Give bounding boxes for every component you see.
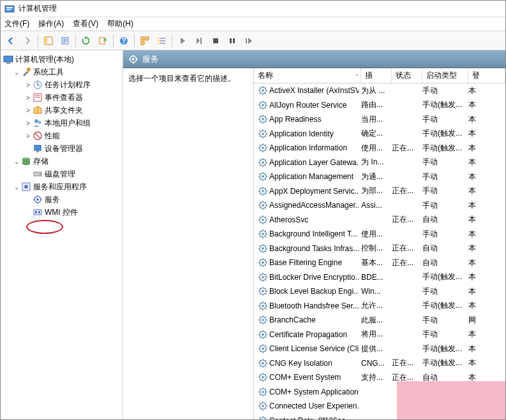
svg-line-106 [265,150,267,152]
col-description[interactable]: 描 [361,68,392,83]
nav-tree[interactable]: 计算机管理(本地) ⌄ 系统工具 >任务计划程序>事件查看器>共享文件夹>本地用… [1,50,123,419]
expand-icon[interactable]: > [24,120,33,127]
service-name: Background Intelligent T... [269,229,357,238]
service-desc: 确定... [359,128,389,139]
svg-rect-22 [213,38,218,43]
svg-line-185 [260,259,261,261]
svg-line-75 [260,102,261,103]
service-row[interactable]: Certificate Propagation将用...手动本 [254,328,505,342]
service-row[interactable]: AssignedAccessManager...Assi...手动本 [254,198,505,213]
stop-button[interactable] [208,33,223,48]
expand-icon[interactable]: > [24,133,33,140]
tree-item[interactable]: 磁盘管理 [1,168,123,180]
gear-icon [258,114,268,124]
collapse-icon[interactable]: ⌄ [12,69,21,76]
tree-item[interactable]: >共享文件夹 [1,104,123,117]
menu-view[interactable]: 查看(V) [73,18,98,29]
show-hide-tree-button[interactable] [41,33,56,48]
svg-line-197 [260,279,261,280]
computer-icon [3,54,13,64]
service-row[interactable]: AllJoyn Router Service路由...手动(触发...本 [254,98,505,113]
service-row[interactable]: Application Layer Gatewa...为 In...手动本 [254,156,505,170]
expand-icon[interactable]: > [24,107,33,114]
tree-root[interactable]: 计算机管理(本地) [1,53,123,66]
menu-file[interactable]: 文件(F) [4,18,29,29]
svg-rect-19 [158,43,160,44]
export-button[interactable] [95,33,110,48]
svg-line-266 [265,380,267,381]
tree-item[interactable]: >任务计划程序 [1,78,123,91]
service-row[interactable]: Client License Service (Cli...提供...手动(触发… [254,342,505,356]
tree-item[interactable]: >本地用户和组 [1,117,123,129]
service-row[interactable]: BitLocker Drive Encryptio...BDE...手动(触发.… [254,270,505,285]
service-name: AtherosSvc [269,215,308,224]
collapse-icon[interactable]: ⌄ [12,158,21,165]
view-details-button[interactable] [154,33,169,48]
service-row[interactable]: Application Identity确定...手动(触发...本 [254,127,505,141]
service-row[interactable]: Base Filtering Engine基本...正在...自动本 [254,256,505,270]
svg-line-168 [265,231,267,232]
view-large-button[interactable] [137,33,153,48]
gear-icon [258,372,268,382]
svg-line-208 [265,288,267,289]
tree-item[interactable]: >事件查看器 [1,91,123,104]
tree-system-tools[interactable]: ⌄ 系统工具 [1,66,123,78]
service-row[interactable]: AppX Deployment Servic...为部...正在...手动本 [254,184,505,199]
tree-item[interactable]: >性能 [1,129,123,142]
help-button[interactable]: ? [116,33,131,48]
item-icon [33,80,43,90]
col-startup[interactable]: 启动类型 [422,68,468,83]
play-button[interactable] [175,33,190,48]
item-icon [33,92,43,103]
service-name: Certificate Propagation [269,330,347,339]
tree-item[interactable]: 服务 [1,193,123,206]
menu-help[interactable]: 帮助(H) [107,18,133,29]
forward-button[interactable] [20,33,35,48]
service-row[interactable]: AtherosSvc正在...自动本 [254,213,505,228]
service-logon: 本 [466,99,505,110]
service-desc: 提供... [359,344,389,354]
expand-icon[interactable]: > [24,94,33,101]
gear-icon [258,186,268,196]
svg-point-130 [262,190,264,192]
service-desc: 为 In... [359,157,389,168]
expand-icon[interactable]: > [24,82,33,89]
services-list[interactable]: 名称^ 描 状态 启动类型 登 ActiveX Installer (AxIns… [254,68,505,419]
menu-action[interactable]: 操作(A) [38,18,64,29]
service-row[interactable]: BranchCache此服...手动网 [254,313,505,328]
service-row[interactable]: Block Level Backup Engi...Win...手动本 [254,284,505,299]
service-row[interactable]: Application Management为通...手动本 [254,170,505,184]
collapse-icon[interactable]: ⌄ [12,184,21,191]
service-row[interactable]: App Readiness当用...手动本 [254,112,505,127]
service-logon: 本 [466,128,505,139]
svg-line-167 [260,236,261,238]
svg-rect-37 [34,145,41,150]
service-logon: 本 [466,344,505,354]
col-name[interactable]: 名称^ [254,68,361,83]
pause-button[interactable] [225,33,240,48]
service-row[interactable]: ActiveX Installer (AxInstSV)为从 ...手动本 [254,83,505,98]
properties-button[interactable] [57,33,73,48]
svg-line-228 [265,317,267,318]
tree-storage[interactable]: ⌄ 存储 [1,155,123,168]
back-button[interactable] [3,33,19,48]
play-all-button[interactable] [191,33,207,48]
service-row[interactable]: Bluetooth Handsfree Ser...允许...手动(触发...本 [254,299,505,314]
col-logon[interactable]: 登 [468,68,505,83]
service-desc: 将用... [359,329,389,340]
service-desc: CNG... [359,359,389,368]
service-row[interactable]: Background Intelligent T...使用...手动本 [254,227,505,242]
col-status[interactable]: 状态 [392,68,422,83]
tree-services-apps[interactable]: ⌄ 服务和应用程序 [1,180,123,193]
refresh-button[interactable] [78,33,94,48]
tree-item[interactable]: 设备管理器 [1,142,123,155]
gear-icon [258,85,268,96]
svg-point-90 [262,133,264,135]
service-row[interactable]: Application Information使用...正在...手动(触发..… [254,141,505,156]
tree-item[interactable]: WMI 控件 [1,206,123,219]
service-row[interactable]: Background Tasks Infras...控制...正在...自动本 [254,242,505,256]
svg-line-298 [265,417,267,419]
toolbar: ? [1,31,505,50]
restart-button[interactable] [241,33,257,48]
service-row[interactable]: CNG Key IsolationCNG...正在...手动(触发...本 [254,356,505,371]
